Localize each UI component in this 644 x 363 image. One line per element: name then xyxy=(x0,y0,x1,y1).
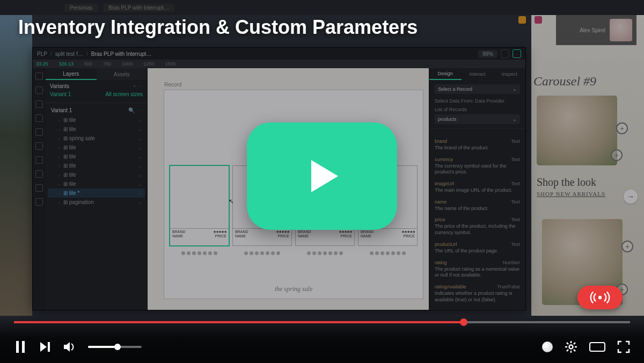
fullscreen-button[interactable] xyxy=(617,340,630,353)
svg-marker-6 xyxy=(64,342,70,352)
svg-marker-4 xyxy=(40,342,47,352)
pause-button[interactable] xyxy=(14,340,27,353)
volume-fill xyxy=(88,346,118,348)
svg-rect-3 xyxy=(22,341,25,353)
live-badge[interactable] xyxy=(577,286,623,309)
broadcast-icon xyxy=(589,291,611,304)
volume-button[interactable] xyxy=(63,340,76,353)
settings-button[interactable] xyxy=(565,340,577,353)
svg-point-7 xyxy=(569,345,573,349)
volume-slider[interactable] xyxy=(88,346,142,348)
video-title: Inventory Integration & Custom Parameter… xyxy=(18,16,626,39)
play-button[interactable] xyxy=(247,122,397,230)
volume-thumb-icon[interactable] xyxy=(114,344,121,350)
progress-fill xyxy=(14,321,464,323)
svg-line-12 xyxy=(567,343,568,344)
next-button[interactable] xyxy=(39,340,52,353)
svg-rect-2 xyxy=(16,341,19,353)
play-icon xyxy=(295,149,349,203)
progress-thumb-icon[interactable] xyxy=(460,318,467,326)
svg-line-14 xyxy=(567,350,568,351)
player-controls xyxy=(0,316,644,363)
svg-rect-5 xyxy=(48,342,50,352)
svg-point-1 xyxy=(598,296,602,299)
svg-line-13 xyxy=(574,350,575,351)
progress-bar[interactable] xyxy=(14,321,630,323)
theater-mode-button[interactable] xyxy=(589,342,605,352)
svg-marker-0 xyxy=(311,160,338,192)
quality-button[interactable] xyxy=(542,342,553,352)
video-stage: Personas Bras PLP with Interrupt… Carous… xyxy=(0,0,644,363)
svg-line-15 xyxy=(574,343,575,344)
